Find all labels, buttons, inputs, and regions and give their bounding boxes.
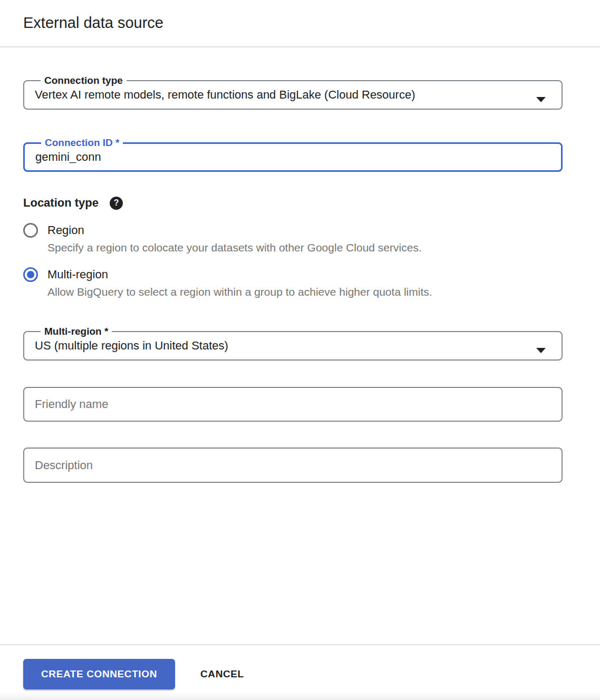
multi-region-description: Allow BigQuery to select a region within… xyxy=(47,286,563,298)
connection-id-field[interactable]: Connection ID * xyxy=(23,137,563,172)
bottom-edge-shadow xyxy=(0,692,600,700)
region-description: Specify a region to colocate your datase… xyxy=(47,241,563,254)
chevron-down-icon xyxy=(536,97,546,102)
dialog-header: External data source xyxy=(0,0,600,32)
region-radio[interactable] xyxy=(23,223,38,238)
form-content: Connection type Vertex AI remote models,… xyxy=(0,75,600,483)
location-type-row: Location type ? xyxy=(23,196,563,210)
multi-region-radio[interactable] xyxy=(23,267,38,282)
location-type-label: Location type xyxy=(23,196,99,210)
connection-id-label: Connection ID * xyxy=(41,137,123,149)
connection-type-value: Vertex AI remote models, remote function… xyxy=(35,88,551,102)
region-option: Region Specify a region to colocate your… xyxy=(23,223,563,254)
description-input[interactable] xyxy=(23,448,563,483)
create-connection-button[interactable]: CREATE CONNECTION xyxy=(23,659,175,689)
header-divider xyxy=(0,46,600,47)
cancel-button[interactable]: CANCEL xyxy=(200,668,244,680)
multi-region-value: US (multiple regions in United States) xyxy=(35,338,551,353)
footer-actions: CREATE CONNECTION CANCEL xyxy=(23,659,244,689)
connection-id-input[interactable] xyxy=(35,150,525,164)
connection-type-label: Connection type xyxy=(41,75,127,86)
friendly-name-input[interactable] xyxy=(23,387,563,422)
chevron-down-icon xyxy=(536,348,546,353)
footer-divider xyxy=(0,644,600,645)
multi-region-select[interactable]: Multi-region * US (multiple regions in U… xyxy=(23,326,563,361)
page-title: External data source xyxy=(23,14,577,32)
region-radio-label[interactable]: Region xyxy=(47,223,84,237)
multi-region-option: Multi-region Allow BigQuery to select a … xyxy=(23,267,563,298)
help-icon[interactable]: ? xyxy=(110,197,123,210)
multi-region-radio-label[interactable]: Multi-region xyxy=(47,268,108,281)
connection-type-select[interactable]: Connection type Vertex AI remote models,… xyxy=(23,75,563,110)
multi-region-label: Multi-region * xyxy=(41,326,112,337)
